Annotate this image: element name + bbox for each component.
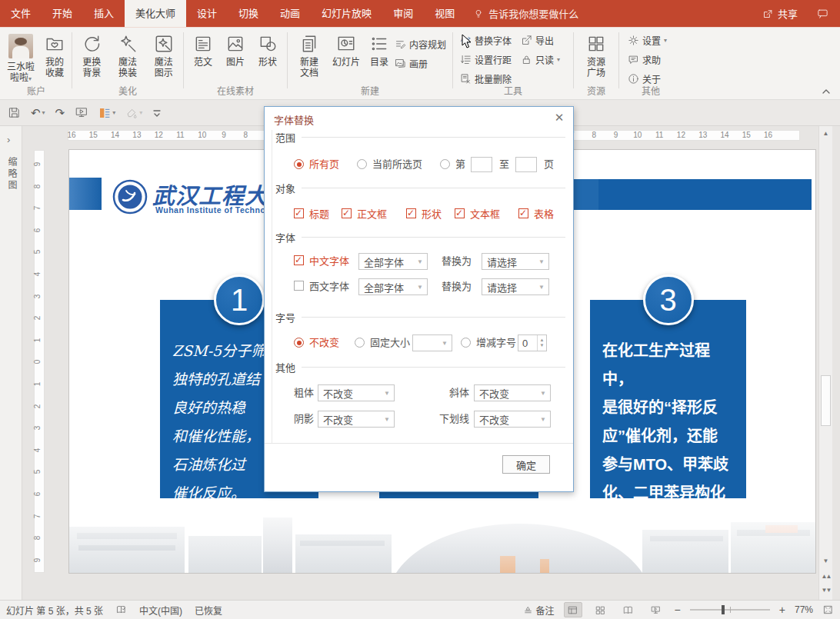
collapse-ribbon-button[interactable]: [822, 88, 831, 95]
read-only-button[interactable]: 只读▾: [521, 52, 560, 67]
content-plan-button[interactable]: 内容规划: [395, 36, 446, 52]
share-button[interactable]: 共享: [762, 6, 798, 21]
page-to-input[interactable]: [515, 157, 537, 172]
save-button[interactable]: [8, 106, 21, 119]
slideshow-view-button[interactable]: [647, 602, 665, 617]
chinese-font-to-dropdown[interactable]: 请选择▼: [482, 253, 549, 270]
pictures-button[interactable]: 图片: [220, 32, 251, 68]
zoom-slider[interactable]: [690, 609, 770, 611]
reading-view-button[interactable]: [619, 602, 638, 617]
language-indicator[interactable]: 中文(中国): [139, 604, 182, 617]
line-spacing-button[interactable]: 设置行距: [460, 52, 512, 67]
scrollbar-thumb[interactable]: [821, 375, 831, 426]
expand-panel-chevron[interactable]: ›: [7, 134, 10, 145]
checkbox-chinese-font[interactable]: [294, 255, 304, 265]
menu-tab-动画[interactable]: 动画: [269, 0, 311, 27]
undo-button[interactable]: ↶▾: [31, 106, 45, 120]
table-of-contents-button[interactable]: 目录: [365, 32, 393, 78]
format-layout-button[interactable]: ▾: [98, 107, 115, 119]
magic-diagram-button[interactable]: 魔法图示: [146, 32, 181, 78]
italic-dropdown[interactable]: 不改变▼: [474, 384, 551, 401]
notes-button[interactable]: 备注: [523, 604, 555, 617]
next-slide-button[interactable]: ▼▼: [819, 584, 832, 597]
settings-button[interactable]: 设置▾: [628, 32, 680, 48]
slide-sorter-view-button[interactable]: [592, 602, 610, 617]
new-slide-button[interactable]: 幻灯片: [328, 32, 364, 78]
fit-to-window-icon[interactable]: [822, 604, 834, 615]
menu-tab-审阅[interactable]: 审阅: [382, 0, 424, 27]
menu-tab-插入[interactable]: 插入: [83, 0, 125, 27]
checkbox-文本框[interactable]: [455, 208, 465, 218]
spinner-up-icon[interactable]: ▲: [540, 338, 545, 343]
help-button[interactable]: 求助: [628, 52, 680, 67]
checkbox-正文框[interactable]: [342, 208, 352, 218]
page-from-input[interactable]: [471, 157, 492, 172]
change-background-button[interactable]: 更换背景: [75, 32, 109, 78]
radio-size-adjust[interactable]: [461, 338, 471, 348]
redo-button[interactable]: ↷: [55, 106, 65, 120]
comment-icon[interactable]: [816, 8, 829, 19]
menu-tab-幻灯片放映[interactable]: 幻灯片放映: [311, 0, 382, 27]
menu-tab-开始[interactable]: 开始: [42, 0, 83, 27]
radio-current-page[interactable]: [357, 159, 367, 169]
spellcheck-icon[interactable]: [115, 604, 127, 615]
checkbox-western-font[interactable]: [294, 281, 304, 291]
checkbox-label[interactable]: 表格: [534, 209, 554, 220]
shadow-dropdown[interactable]: 不改变▼: [318, 411, 395, 428]
menu-tab-文件[interactable]: 文件: [0, 0, 42, 27]
radio-size-fixed[interactable]: [355, 338, 365, 348]
menu-tab-美化大师[interactable]: 美化大师: [125, 0, 186, 27]
ok-button[interactable]: 确定: [502, 455, 550, 474]
university-logo[interactable]: [112, 179, 148, 215]
zoom-out-button[interactable]: −: [675, 604, 681, 616]
account-avatar-button[interactable]: 三水啦啦啦▾: [3, 32, 38, 85]
zoom-in-button[interactable]: +: [779, 604, 785, 616]
radio-page-range[interactable]: [440, 159, 450, 169]
checkbox-label[interactable]: 正文框: [357, 209, 387, 220]
zoom-slider-thumb[interactable]: [722, 605, 725, 614]
checkbox-label[interactable]: 文本框: [470, 209, 500, 220]
adjust-size-spinner[interactable]: 0 ▲▼: [518, 334, 547, 351]
sample-docs-button[interactable]: 范文: [188, 32, 218, 68]
menu-tab-切换[interactable]: 切换: [228, 0, 269, 27]
share-icon: [762, 8, 774, 19]
radio-size-no-change[interactable]: [294, 338, 304, 348]
tell-me-box[interactable]: 告诉我你想要做什么: [473, 0, 578, 27]
checkbox-label[interactable]: 标题: [309, 209, 329, 220]
shapes-button[interactable]: 形状: [252, 32, 283, 68]
checkbox-形状[interactable]: [406, 208, 416, 218]
zoom-percentage[interactable]: 77%: [795, 604, 813, 615]
western-font-from-dropdown[interactable]: 全部字体▼: [358, 278, 428, 295]
format-painter-button[interactable]: ▾: [125, 107, 142, 119]
western-font-to-dropdown[interactable]: 请选择▼: [482, 278, 549, 295]
magic-dress-button[interactable]: 魔法换装: [111, 32, 145, 78]
new-document-button[interactable]: 新建文档: [292, 32, 327, 78]
redo-icon: ↷: [55, 106, 65, 120]
checkbox-label[interactable]: 形状: [422, 209, 442, 220]
resource-plaza-button[interactable]: 资源广场: [578, 32, 614, 78]
spinner-down-icon[interactable]: ▼: [540, 343, 545, 348]
customize-toolbar-button[interactable]: [152, 108, 162, 118]
dialog-close-button[interactable]: ✕: [552, 111, 566, 125]
scroll-down-arrow[interactable]: ▼: [819, 555, 832, 567]
campus-photo[interactable]: [69, 502, 815, 573]
previous-slide-button[interactable]: ▲▲: [819, 571, 832, 583]
menu-tab-视图[interactable]: 视图: [424, 0, 465, 27]
photo-album-button[interactable]: 画册: [395, 55, 446, 71]
export-button[interactable]: 导出: [521, 32, 560, 48]
menu-tab-设计[interactable]: 设计: [186, 0, 228, 27]
bold-dropdown[interactable]: 不改变▼: [318, 384, 395, 401]
vertical-scrollbar[interactable]: ▲ ▼ ▲▲ ▼▼: [818, 126, 832, 600]
normal-view-button[interactable]: [564, 602, 582, 617]
header-blue-block[interactable]: [69, 178, 102, 210]
checkbox-标题[interactable]: [294, 208, 304, 218]
underline-dropdown[interactable]: 不改变▼: [474, 411, 551, 428]
scroll-up-arrow[interactable]: ▲: [819, 128, 832, 140]
my-favorites-button[interactable]: 我的收藏: [40, 32, 69, 85]
checkbox-表格[interactable]: [518, 208, 528, 218]
chinese-font-from-dropdown[interactable]: 全部字体▼: [358, 253, 428, 270]
radio-all-pages[interactable]: [294, 159, 304, 169]
play-from-current-button[interactable]: [75, 106, 88, 119]
fixed-size-dropdown[interactable]: ▼: [412, 334, 452, 351]
content-box-3[interactable]: 3在化工生产过程中，是很好的“择形反应”催化剂，还能参与MTO、甲苯歧化、二甲苯…: [590, 300, 746, 498]
